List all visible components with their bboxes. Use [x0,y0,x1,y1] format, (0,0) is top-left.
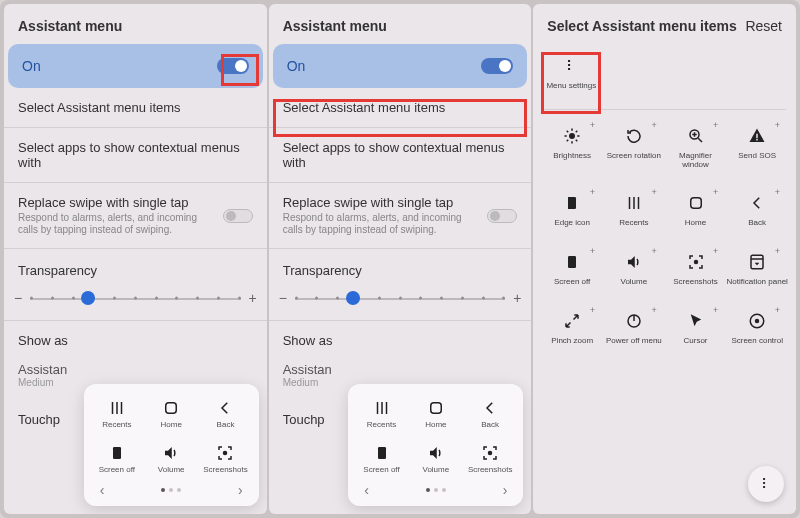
select-items-label: Select Assistant menu items [283,100,518,115]
float-item-recents[interactable]: Recents [354,394,408,433]
grid-item-pinch[interactable]: +Pinch zoom [541,309,603,346]
grid-item-volume[interactable]: +Volume [603,250,665,287]
pager-prev[interactable]: ‹ [100,482,105,498]
svg-rect-3 [431,403,442,414]
pager-next[interactable]: › [238,482,243,498]
show-as-row[interactable]: Show as [269,321,532,360]
slider-thumb[interactable] [346,291,360,305]
pager-next[interactable]: › [503,482,508,498]
svg-rect-20 [756,139,758,141]
screenshot-icon [684,250,708,274]
show-as-row[interactable]: Show as [4,321,267,360]
grid-item-magnifier[interactable]: +Magnifier window [665,124,727,170]
replace-swipe-row[interactable]: Replace swipe with single tap Respond to… [4,183,267,249]
menu-settings-item[interactable]: ⠇ Menu settings [543,54,599,91]
replace-swipe-row[interactable]: Replace swipe with single tap Respond to… [269,183,532,249]
svg-point-5 [488,451,493,456]
select-apps-row[interactable]: Select apps to show contextual menus wit… [4,128,267,183]
grid-item-label: Cursor [684,337,708,346]
assistant-floating-menu[interactable]: RecentsHomeBackScreen offVolumeScreensho… [348,384,523,506]
items-grid: +Brightness+Screen rotation+Magnifier wi… [533,118,796,352]
sos-icon [745,124,769,148]
reset-button[interactable]: Reset [745,18,782,34]
float-item-screenoff[interactable]: Screen off [90,439,144,478]
floating-action-button[interactable]: ⠇ [748,466,784,502]
assistant-size-label: Assistan [283,362,332,377]
master-toggle-row[interactable]: On [8,44,263,88]
float-item-back[interactable]: Back [463,394,517,433]
svg-point-6 [569,133,575,139]
title-row: Select Assistant menu items Reset [533,4,796,44]
grid-item-brightness[interactable]: +Brightness [541,124,603,170]
float-item-label: Back [217,420,235,429]
page-title: Assistant menu [4,4,267,44]
minus-icon[interactable]: − [14,290,22,306]
float-item-screenshot[interactable]: Screenshots [198,439,252,478]
float-item-screenoff[interactable]: Screen off [354,439,408,478]
replace-swipe-toggle[interactable] [487,209,517,223]
recents-icon [622,191,646,215]
grid-item-rotation[interactable]: +Screen rotation [603,124,665,170]
float-item-label: Home [425,420,446,429]
grid-item-screenctrl[interactable]: +Screen control [726,309,788,346]
plus-icon[interactable]: + [248,290,256,306]
grid-item-label: Pinch zoom [551,337,593,346]
grid-item-sos[interactable]: +Send SOS [726,124,788,170]
grid-item-power[interactable]: +Power off menu [603,309,665,346]
grid-item-home[interactable]: +Home [665,191,727,228]
float-item-screenshot[interactable]: Screenshots [463,439,517,478]
plus-icon[interactable]: + [513,290,521,306]
float-item-volume[interactable]: Volume [144,439,198,478]
grid-item-screenshot[interactable]: +Screenshots [665,250,727,287]
screenoff-icon [374,443,390,463]
grid-item-screenoff[interactable]: +Screen off [541,250,603,287]
replace-swipe-sub: Respond to alarms, alerts, and incoming … [18,212,215,236]
select-items-row[interactable]: Select Assistant menu items [269,88,532,128]
grid-item-back[interactable]: +Back [726,191,788,228]
grid-item-notif[interactable]: +Notification panel [726,250,788,287]
svg-rect-24 [751,255,763,269]
master-switch[interactable] [217,58,249,74]
add-icon: + [713,305,718,315]
svg-point-29 [755,319,760,324]
float-item-volume[interactable]: Volume [409,439,463,478]
svg-rect-4 [378,447,386,459]
float-item-home[interactable]: Home [144,394,198,433]
select-items-row[interactable]: Select Assistant menu items [4,88,267,128]
home-icon [684,191,708,215]
add-icon: + [651,187,656,197]
svg-line-13 [567,140,569,142]
master-toggle-row[interactable]: On [273,44,528,88]
float-item-home[interactable]: Home [409,394,463,433]
minus-icon[interactable]: − [279,290,287,306]
grid-item-recents[interactable]: +Recents [603,191,665,228]
float-item-back[interactable]: Back [198,394,252,433]
svg-rect-1 [113,447,121,459]
slider-thumb[interactable] [81,291,95,305]
magnifier-icon [684,124,708,148]
svg-point-23 [693,260,698,265]
select-apps-row[interactable]: Select apps to show contextual menus wit… [269,128,532,183]
add-icon: + [713,246,718,256]
pager-prev[interactable]: ‹ [364,482,369,498]
rotation-icon [622,124,646,148]
cursor-icon [684,309,708,333]
replace-swipe-toggle[interactable] [223,209,253,223]
transparency-slider[interactable]: − + [18,290,253,306]
assistant-floating-menu[interactable]: RecentsHomeBackScreen offVolumeScreensho… [84,384,259,506]
float-item-label: Screenshots [468,465,512,474]
svg-line-14 [576,131,578,133]
master-switch[interactable] [481,58,513,74]
svg-rect-19 [756,134,758,139]
grid-item-label: Brightness [553,152,591,161]
add-icon: + [590,305,595,315]
svg-line-16 [698,138,702,142]
volume-icon [162,443,180,463]
grid-item-cursor[interactable]: +Cursor [665,309,727,346]
transparency-slider[interactable]: − + [283,290,518,306]
float-item-recents[interactable]: Recents [90,394,144,433]
home-icon [162,398,180,418]
grid-item-edge[interactable]: +Edge icon [541,191,603,228]
panel-2: Assistant menu On Select Assistant menu … [269,4,532,514]
floating-pager: ‹ › [90,478,253,502]
